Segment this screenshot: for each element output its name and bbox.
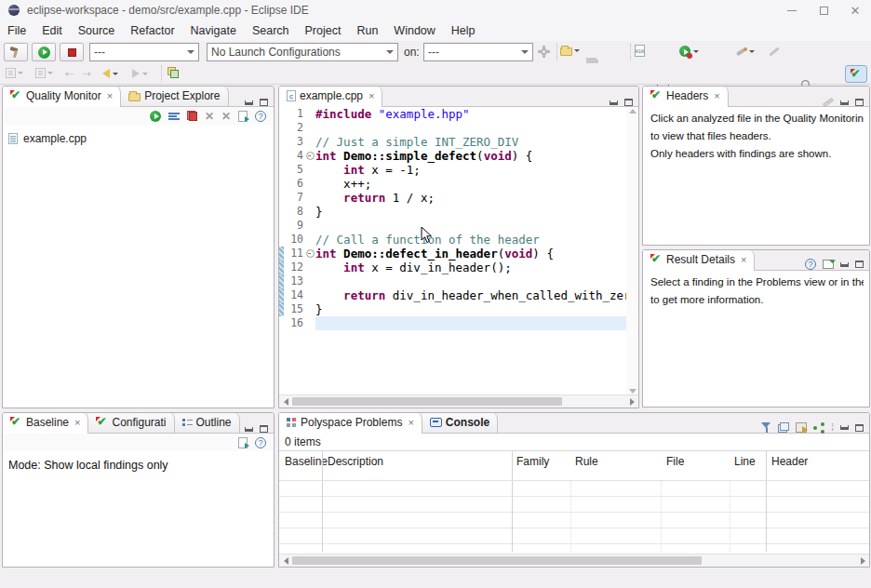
problems-table[interactable]: Baseline Description Family Rule File Li… [279,451,869,552]
tab-outline[interactable]: Outline [175,412,240,433]
column-separator[interactable] [766,451,767,480]
tab-baseline[interactable]: Baseline × [3,412,88,433]
close-icon[interactable]: × [368,90,374,101]
code-area[interactable]: 1#include "example.hpp"23// Just a simpl… [279,107,626,395]
maximize-view-icon[interactable] [855,261,864,268]
code-line-2[interactable]: 2 [279,121,626,135]
menu-window[interactable]: Window [394,24,435,37]
menu-project[interactable]: Project [305,24,342,37]
tab-project-explorer[interactable]: Project Explore [121,86,228,106]
copy-icon[interactable] [778,422,789,433]
code-line-7[interactable]: 7 return 1 / x; [279,191,626,205]
maximize-view-icon[interactable] [855,99,864,106]
tab-editor-example-cpp[interactable]: c example.cpp × [279,86,382,106]
tab-configuration[interactable]: Configurati [88,412,174,433]
maximize-view-icon[interactable] [624,99,633,106]
launch-tool-button[interactable] [735,46,755,58]
help-icon[interactable]: ? [805,259,816,270]
scroll-up-icon[interactable] [629,109,636,114]
minimize-view-icon[interactable] [840,100,849,105]
close-icon[interactable]: × [714,90,719,101]
export-file-icon[interactable] [238,111,248,122]
col-description[interactable]: Description [328,455,383,468]
code-line-10[interactable]: 10// Call a function of the header [279,233,626,247]
maximize-view-icon[interactable] [260,99,268,106]
menu-run[interactable]: Run [356,24,378,37]
code-line-13[interactable]: 13 [279,274,626,288]
code-line-6[interactable]: 6 x++; [279,177,626,191]
menu-file[interactable]: File [7,24,26,37]
menu-help[interactable]: Help [451,24,476,37]
help-icon[interactable]: ? [255,437,266,448]
build-config-dropdown[interactable]: --- [89,43,199,61]
menu-search[interactable]: Search [252,24,289,37]
code-line-12[interactable]: 12 int x = div_in_header(); [279,261,626,274]
run-button[interactable] [32,43,56,61]
code-line-14[interactable]: 14 return div_in_header_when_called_with… [279,288,626,302]
tab-headers[interactable]: Headers × [643,86,729,106]
close-icon[interactable]: × [408,417,413,428]
menu-source[interactable]: Source [78,24,115,37]
share-icon[interactable] [813,422,824,433]
column-separator[interactable] [322,451,323,480]
export-file-icon[interactable] [238,437,248,448]
col-rule[interactable]: Rule [575,455,598,468]
window-close-button[interactable]: ✕ [839,0,871,20]
scroll-right-icon[interactable] [630,398,635,406]
problems-table-body[interactable] [279,481,869,552]
window-maximize-button[interactable] [808,0,839,20]
binary-view-button[interactable]: 010 [635,45,645,57]
close-icon[interactable]: × [107,90,113,101]
maximize-view-icon[interactable] [855,424,864,432]
minimize-view-icon[interactable] [840,425,849,430]
back-button[interactable] [102,69,118,78]
editor-horizontal-scrollbar[interactable] [279,394,638,408]
code-line-1[interactable]: 1#include "example.hpp" [279,107,626,121]
run-analysis-icon[interactable] [150,111,161,122]
code-line-3[interactable]: 3// Just a simple INT_ZERO_DIV [279,135,626,149]
file-item-example-cpp[interactable]: example.cpp [8,132,274,145]
tab-console[interactable]: Console [422,412,498,433]
scrollbar-thumb[interactable] [292,556,702,565]
tab-quality-monitor[interactable]: Quality Monitor × [3,86,121,106]
scroll-left-icon[interactable] [284,398,288,406]
tab-result-details[interactable]: Result Details × [643,249,755,270]
clear-icon[interactable]: ✕ [205,111,214,122]
target-dropdown[interactable]: --- [423,43,533,61]
run-coverage-button[interactable] [679,46,699,58]
code-line-5[interactable]: 5 int x = -1; [279,163,626,177]
polyspace-perspective-button[interactable] [845,65,867,83]
maximize-view-icon[interactable] [260,425,268,433]
code-line-15[interactable]: 15} [279,302,626,316]
col-header[interactable]: Header [771,455,808,468]
code-line-11[interactable]: 11int Demo::defect_in_header(void) { [279,247,626,261]
col-file[interactable]: File [666,455,684,468]
export-icon[interactable] [796,422,807,433]
code-line-16[interactable]: 16 [279,316,626,330]
close-icon[interactable]: × [74,417,80,428]
filter-icon[interactable] [761,422,771,433]
clear-all-icon[interactable]: ✕ [221,111,231,122]
open-external-icon[interactable] [823,260,834,269]
stop-button[interactable] [60,43,84,61]
col-line[interactable]: Line [734,455,756,468]
view-menu-icon[interactable]: ⁞ [831,423,834,433]
menu-navigate[interactable]: Navigate [191,24,236,37]
editor-vertical-scrollbar[interactable] [626,107,638,395]
scroll-right-icon[interactable] [861,557,865,565]
menu-edit[interactable]: Edit [42,24,62,37]
new-wizard-button[interactable] [560,46,580,56]
show-list-icon[interactable] [168,112,180,121]
remove-results-icon[interactable] [187,111,197,121]
problems-table-header[interactable]: Baseline Description Family Rule File Li… [279,451,869,481]
col-family[interactable]: Family [516,455,549,468]
problems-horizontal-scrollbar[interactable] [279,554,869,567]
build-button[interactable] [4,43,28,61]
minimize-view-icon[interactable] [245,427,253,432]
launch-settings-gear-icon[interactable] [538,46,550,58]
scroll-left-icon[interactable] [284,557,288,565]
code-line-8[interactable]: 8} [279,205,626,219]
minimize-view-icon[interactable] [840,262,849,267]
tab-polyspace-problems[interactable]: Polyspace Problems × [279,412,422,433]
menu-refactor[interactable]: Refactor [130,24,174,37]
